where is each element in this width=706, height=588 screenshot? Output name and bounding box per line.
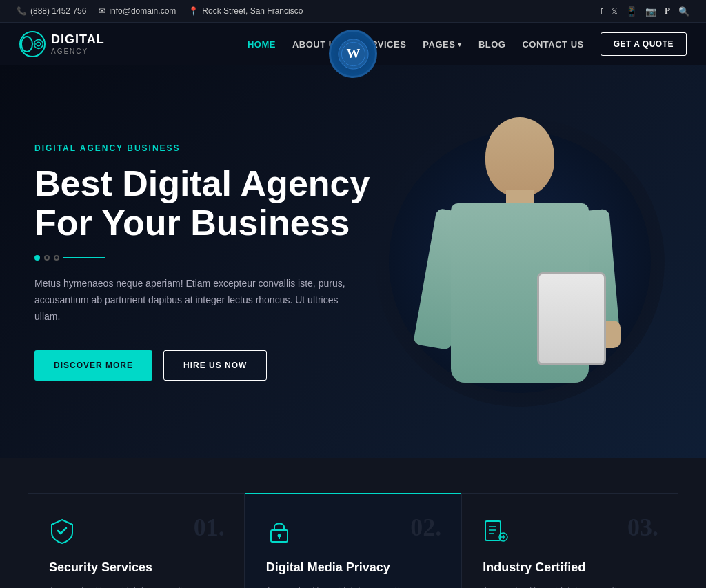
service-num-3: 03. — [627, 513, 658, 542]
get-quote-button[interactable]: GET A QUOTE — [601, 32, 687, 56]
hero-title-line2: For Your Business — [34, 203, 350, 243]
svg-rect-9 — [485, 521, 501, 540]
hero-section: DIGITAL AGENCY BUSINESS Best Digital Age… — [0, 65, 706, 458]
phone-number: (888) 1452 756 — [30, 6, 86, 16]
topbar: 📞 (888) 1452 756 ✉ info@domain.com 📍 Roc… — [0, 0, 706, 23]
social-links: f 𝕏 📱 📷 𝐏 🔍 — [600, 6, 689, 17]
service-title-3: Industry Certified — [483, 560, 657, 575]
hero-tagline: DIGITAL AGENCY BUSINESS — [34, 143, 370, 153]
hero-image — [354, 65, 685, 458]
topbar-contact-info: 📞 (888) 1452 756 ✉ info@domain.com 📍 Roc… — [17, 6, 303, 16]
navbar: DIGITAL AGENCY W HOME ABOUT US SERVICES … — [0, 23, 706, 65]
service-desc-1: Torquent velit, cupidatat, venenatis — [49, 583, 223, 588]
person-head — [485, 117, 554, 196]
hero-buttons: DISCOVER MORE HIRE US NOW — [34, 350, 370, 381]
logo: DIGITAL AGENCY — [19, 31, 105, 57]
service-card-3: 03. Industry Certified Torquent velit, c… — [461, 493, 678, 588]
search-link[interactable]: 🔍 — [678, 6, 689, 17]
service-desc-2: Torquent velit, cupidatat, venenatis — [266, 583, 441, 588]
email-address: info@domain.com — [109, 6, 176, 16]
nav-links: HOME ABOUT US SERVICES PAGES BLOG CONTAC… — [248, 32, 687, 56]
address-text: Rock Street, San Francisco — [202, 6, 303, 16]
service-card-2: 02. Digital Media Privacy Torquent velit… — [245, 493, 462, 588]
hire-us-button[interactable]: HIRE US NOW — [163, 350, 267, 381]
facebook-link[interactable]: f — [600, 6, 603, 17]
wordpress-logo: W — [329, 30, 377, 78]
dot-empty2 — [54, 255, 59, 261]
svg-point-1 — [37, 42, 41, 46]
nav-blog[interactable]: BLOG — [478, 39, 506, 50]
hero-divider — [34, 255, 370, 261]
pinterest-link[interactable]: 𝐏 — [665, 6, 670, 17]
twitter-link[interactable]: 𝕏 — [611, 6, 618, 17]
service-desc-3: Torquent velit, cupidatat, venenatis — [483, 583, 657, 588]
tablet-device — [537, 272, 606, 365]
person-body — [416, 117, 623, 427]
instagram-link[interactable]: 📷 — [645, 6, 656, 17]
email-icon: ✉ — [99, 6, 105, 16]
svg-text:W: W — [346, 45, 360, 60]
dot-empty1 — [44, 255, 50, 261]
nav-pages[interactable]: PAGES — [423, 39, 462, 50]
svg-point-7 — [277, 534, 281, 538]
wp-svg: W — [338, 39, 369, 70]
service-num-2: 02. — [410, 513, 441, 542]
services-section: 01. Security Services Torquent velit, cu… — [0, 458, 706, 588]
person-figure — [403, 97, 637, 427]
hero-title: Best Digital Agency For Your Business — [34, 164, 370, 243]
brand-name: DIGITAL — [51, 32, 105, 48]
discover-more-button[interactable]: DISCOVER MORE — [34, 350, 152, 381]
logo-text: DIGITAL AGENCY — [51, 32, 105, 56]
service-card-1: 01. Security Services Torquent velit, cu… — [28, 493, 245, 588]
service-title-1: Security Services — [49, 560, 223, 575]
address-info: 📍 Rock Street, San Francisco — [188, 6, 303, 16]
nav-contact[interactable]: CONTACT US — [522, 39, 583, 50]
hero-content: DIGITAL AGENCY BUSINESS Best Digital Age… — [34, 143, 370, 381]
service-num-1: 01. — [194, 513, 225, 542]
phone-icon: 📞 — [17, 6, 27, 16]
logo-icon — [19, 31, 46, 57]
phone-info: 📞 (888) 1452 756 — [17, 6, 86, 16]
whatsapp-link[interactable]: 📱 — [626, 6, 637, 17]
hero-title-line1: Best Digital Agency — [34, 163, 370, 203]
brand-sub: AGENCY — [51, 48, 105, 56]
nav-home[interactable]: HOME — [248, 39, 276, 50]
divider-line — [63, 257, 105, 258]
location-icon: 📍 — [188, 6, 199, 16]
hero-circle-bg — [375, 117, 665, 407]
service-title-2: Digital Media Privacy — [266, 560, 441, 575]
hero-description: Metus hymenaeos neque aperiam! Etiam exc… — [34, 276, 352, 325]
email-info: ✉ info@domain.com — [99, 6, 176, 16]
logo-svg — [33, 37, 44, 52]
dot-filled — [34, 255, 40, 261]
